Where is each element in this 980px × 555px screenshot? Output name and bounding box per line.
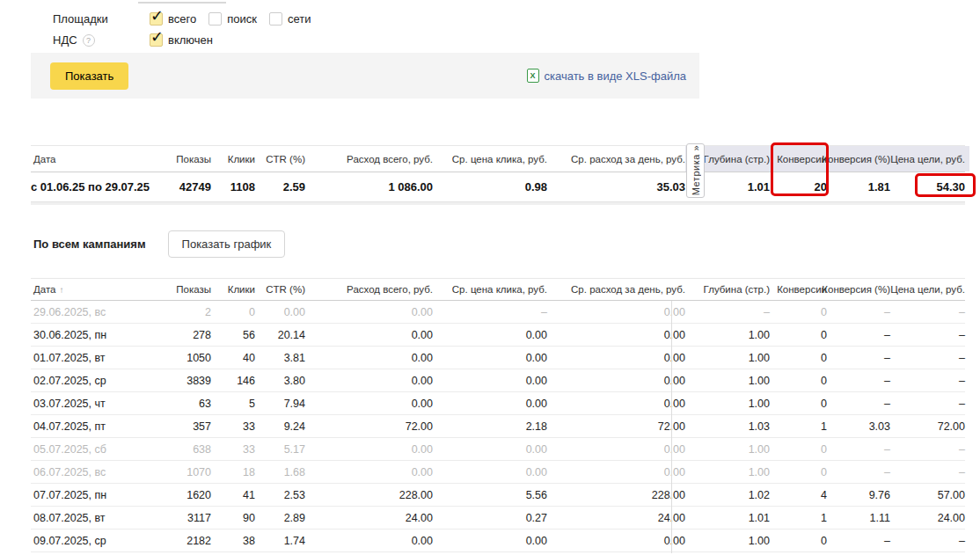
row-avg-click-cost: 2.18: [433, 420, 547, 433]
summary-table-row: с 01.06.25 по 29.07.25 42749 1108 2.59 1…: [31, 172, 965, 201]
row-avg-day-cost: 0.00: [547, 329, 685, 341]
table-row: 08.07.2025, вт 3117 90 2.89 24.00 0.27 2…: [31, 507, 965, 529]
checkbox-networks-box[interactable]: [269, 12, 282, 26]
row-date: 30.06.2025, пн: [31, 329, 145, 341]
row-depth: 1.01: [706, 512, 770, 524]
row-date: 04.07.2025, пт: [31, 420, 145, 433]
row-conversions: 0: [770, 535, 827, 547]
row-clicks: 146: [211, 375, 255, 387]
checkbox-vat-included[interactable]: включен: [150, 33, 213, 47]
row-goal-cost: –: [890, 329, 965, 341]
row-avg-click-cost: 0.00: [433, 398, 547, 410]
summary-conversion-rate: 1.81: [827, 180, 890, 194]
detail-header-clicks[interactable]: Клики: [211, 284, 255, 295]
platforms-label: Площадки: [31, 12, 150, 26]
row-avg-day-cost: 0.00: [547, 443, 685, 456]
checkbox-search-box[interactable]: [208, 12, 222, 26]
detail-header-conversion-rate[interactable]: Конверсия (%): [827, 284, 890, 295]
detail-header-avg-day-cost[interactable]: Ср. расход за день, руб.: [547, 284, 685, 295]
table-row: 06.07.2025, вс 1070 18 1.68 0.00 0.00 0.…: [31, 461, 965, 484]
row-ctr: 5.17: [255, 443, 305, 456]
row-date: 02.07.2025, ср: [31, 375, 145, 387]
detail-header-total-cost[interactable]: Расход всего, руб.: [305, 284, 433, 295]
detail-header-avg-click-cost[interactable]: Ср. цена клика, руб.: [433, 284, 547, 295]
row-depth: 1.02: [706, 489, 770, 501]
help-icon[interactable]: ?: [83, 34, 95, 47]
summary-header-avg-click-cost: Ср. цена клика, руб.: [433, 154, 547, 164]
campaigns-title: По всем кампаниям: [31, 237, 146, 251]
filter-actions-bar: Показать X скачать в виде XLS-файла: [31, 53, 699, 99]
checkbox-search[interactable]: поиск: [208, 12, 257, 26]
summary-header-clicks: Клики: [211, 154, 255, 164]
row-goal-cost: 57.00: [890, 489, 965, 501]
detail-header-goal-cost[interactable]: Цена цели, руб.: [890, 284, 965, 295]
row-total-cost: 0.00: [305, 306, 433, 318]
row-impressions: 2: [145, 306, 211, 318]
row-conversions: 0: [770, 443, 827, 456]
row-avg-click-cost: 0.00: [433, 535, 547, 547]
row-clicks: 0: [211, 306, 255, 318]
detail-header-ctr[interactable]: CTR (%): [255, 284, 305, 295]
row-avg-day-cost: 24.00: [547, 512, 685, 524]
row-conversion-rate: 1.11: [827, 512, 890, 524]
checkbox-vat-box[interactable]: [150, 33, 163, 47]
row-impressions: 1620: [145, 489, 211, 501]
detail-table: Дата ↑ Показы Клики CTR (%) Расход всего…: [31, 278, 965, 552]
row-conversion-rate: 9.76: [827, 489, 890, 501]
row-impressions: 3839: [145, 375, 211, 387]
row-date: 03.07.2025, чт: [31, 398, 145, 410]
row-ctr: 1.68: [255, 466, 305, 478]
summary-header-depth: Глубина (стр.): [706, 154, 770, 164]
row-avg-click-cost: 0.00: [433, 352, 547, 364]
download-xls-link[interactable]: X скачать в виде XLS-файла: [527, 69, 687, 83]
row-avg-click-cost: 0.00: [433, 375, 547, 387]
row-total-cost: 0.00: [305, 398, 433, 410]
checkbox-total-box[interactable]: [150, 12, 163, 26]
platforms-filter-row: Площадки всего поиск сети: [31, 12, 311, 26]
row-goal-cost: –: [890, 466, 965, 478]
row-date: 05.07.2025, сб: [31, 443, 145, 456]
table-row: 07.07.2025, пн 1620 41 2.53 228.00 5.56 …: [31, 484, 965, 507]
checkbox-total[interactable]: всего: [150, 12, 196, 26]
detail-header-conversions[interactable]: Конверсии: [770, 284, 827, 295]
table-row: 09.07.2025, ср 2182 38 1.74 0.00 0.00 0.…: [31, 529, 965, 552]
row-avg-day-cost: 0.00: [547, 466, 685, 478]
checkbox-networks-label: сети: [288, 12, 311, 26]
row-conversion-rate: –: [827, 443, 890, 456]
show-chart-button[interactable]: Показать график: [168, 230, 286, 258]
checkbox-networks[interactable]: сети: [269, 12, 311, 26]
row-conversions: 1: [770, 420, 827, 433]
summary-table-header: Дата Показы Клики CTR (%) Расход всего, …: [31, 145, 965, 172]
summary-header-goal-cost: Цена цели, руб.: [890, 154, 965, 164]
row-conversion-rate: –: [827, 352, 890, 364]
table-row: 04.07.2025, пт 357 33 9.24 72.00 2.18 72…: [31, 415, 965, 438]
platforms-checkbox-group: всего поиск сети: [150, 12, 311, 26]
row-depth: 1.00: [706, 329, 770, 341]
detail-header-depth[interactable]: Глубина (стр.): [706, 284, 770, 295]
row-impressions: 1050: [145, 352, 211, 364]
campaigns-section: По всем кампаниям Показать график: [31, 230, 285, 258]
row-depth: 1.00: [706, 443, 770, 456]
row-avg-click-cost: 0.00: [433, 466, 547, 478]
summary-header-impressions: Показы: [145, 154, 211, 164]
summary-avg-click-cost: 0.98: [433, 180, 547, 194]
row-conversions: 0: [770, 398, 827, 410]
detail-header-impressions[interactable]: Показы: [145, 284, 211, 295]
detail-table-header: Дата ↑ Показы Клики CTR (%) Расход всего…: [31, 278, 965, 301]
show-button[interactable]: Показать: [50, 62, 128, 90]
row-total-cost: 0.00: [305, 329, 433, 341]
metrika-tab[interactable]: Метрика »: [686, 143, 705, 198]
row-clicks: 90: [211, 512, 255, 524]
summary-header-conversion-rate: Конверсия (%): [827, 154, 890, 164]
row-goal-cost: –: [890, 352, 965, 364]
row-clicks: 18: [211, 466, 255, 478]
row-clicks: 33: [211, 420, 255, 433]
row-clicks: 33: [211, 443, 255, 456]
row-ctr: 0.00: [255, 306, 305, 318]
row-avg-day-cost: 0.00: [547, 306, 685, 318]
row-date: 07.07.2025, пн: [31, 489, 145, 501]
row-impressions: 2182: [145, 535, 211, 547]
row-goal-cost: –: [890, 535, 965, 547]
detail-header-date[interactable]: Дата ↑: [31, 284, 145, 295]
summary-date-range: с 01.06.25 по 29.07.25: [31, 180, 145, 194]
